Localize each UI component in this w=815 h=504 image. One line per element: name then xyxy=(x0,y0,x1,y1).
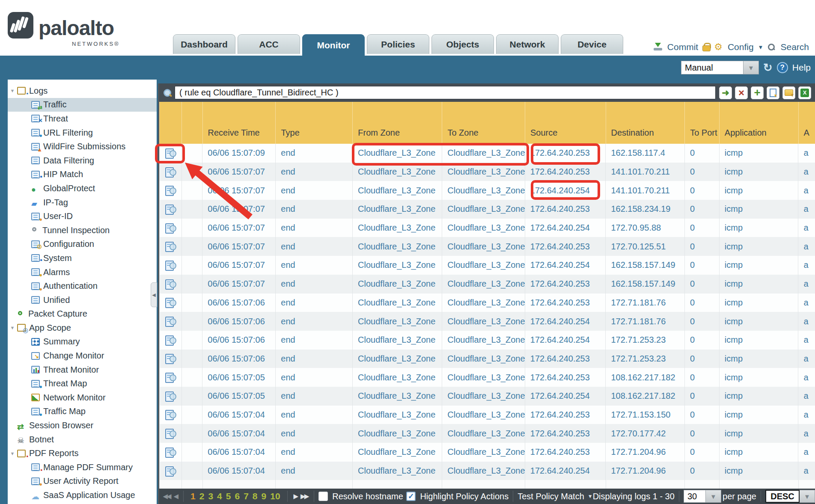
log-detail-cell[interactable] xyxy=(159,406,181,424)
column-header-from-zone[interactable]: From Zone xyxy=(352,102,442,144)
to-zone-cell[interactable]: Cloudflare_L3_Zone xyxy=(442,462,525,480)
application-cell[interactable]: icmp xyxy=(719,144,798,163)
source-cell[interactable]: 172.64.240.253 xyxy=(525,350,606,368)
page-number-9[interactable]: 9 xyxy=(262,491,267,501)
log-detail-magnifier-icon[interactable] xyxy=(165,223,176,233)
from-zone-cell[interactable]: Cloudflare_L3_Zone xyxy=(352,406,442,424)
column-header-to-zone[interactable]: To Zone xyxy=(442,102,524,144)
destination-cell[interactable]: 162.158.117.4 xyxy=(605,144,684,163)
from-zone-cell[interactable]: Cloudflare_L3_Zone xyxy=(352,387,442,406)
page-number-2[interactable]: 2 xyxy=(199,491,205,501)
source-cell[interactable]: 172.64.240.254 xyxy=(525,256,606,275)
tab-dashboard[interactable]: Dashboard xyxy=(173,34,235,54)
from-zone-cell[interactable]: Cloudflare_L3_Zone xyxy=(352,368,442,387)
per-page-dropdown-icon[interactable]: ▼ xyxy=(706,490,721,503)
sidebar-item-saas-application-usage[interactable]: SaaS Application Usage xyxy=(8,488,157,502)
to-zone-cell[interactable]: Cloudflare_L3_Zone xyxy=(442,163,525,181)
destination-cell[interactable]: 172.70.125.51 xyxy=(605,237,684,256)
log-detail-magnifier-icon[interactable] xyxy=(165,354,176,363)
to-port-cell[interactable]: 0 xyxy=(684,275,719,294)
sidebar-item-network-monitor[interactable]: Network Monitor xyxy=(8,391,157,405)
sidebar-item-url-filtering[interactable]: URL Filtering xyxy=(8,126,157,140)
refresh-interval-value[interactable]: Manual xyxy=(681,61,744,74)
prev-page-icon[interactable]: ◀ xyxy=(173,492,177,500)
destination-cell[interactable]: 172.71.181.76 xyxy=(605,312,684,331)
tab-acc[interactable]: ACC xyxy=(238,34,300,54)
to-port-cell[interactable]: 0 xyxy=(684,294,719,312)
log-detail-cell[interactable] xyxy=(159,462,181,480)
application-cell[interactable]: icmp xyxy=(719,387,798,406)
to-port-cell[interactable]: 0 xyxy=(684,424,719,443)
to-zone-cell[interactable]: Cloudflare_L3_Zone xyxy=(442,443,525,462)
config-button[interactable]: Config xyxy=(728,42,754,52)
source-cell[interactable]: 172.64.240.253 xyxy=(525,294,606,312)
to-zone-cell[interactable]: Cloudflare_L3_Zone xyxy=(442,350,525,368)
from-zone-cell[interactable]: Cloudflare_L3_Zone xyxy=(352,256,442,275)
per-page-value[interactable]: 30 xyxy=(684,490,706,503)
log-detail-cell[interactable] xyxy=(159,275,181,294)
source-cell[interactable]: 172.64.240.254 xyxy=(525,387,606,406)
source-cell[interactable]: 172.64.240.253 xyxy=(525,406,606,424)
sidebar-item-hip-match[interactable]: HIP Match xyxy=(8,168,157,182)
log-detail-cell[interactable] xyxy=(159,368,181,387)
to-zone-cell[interactable]: Cloudflare_L3_Zone xyxy=(442,368,525,387)
log-detail-cell[interactable] xyxy=(159,256,181,275)
log-detail-magnifier-icon[interactable] xyxy=(165,279,176,289)
last-page-icon[interactable]: ▶▶ xyxy=(300,492,308,500)
log-detail-cell[interactable] xyxy=(159,424,181,443)
sidebar-item-pdf-reports[interactable]: ▼PDF Reports xyxy=(8,446,157,460)
source-cell[interactable]: 172.64.240.253 xyxy=(525,144,606,163)
to-port-cell[interactable]: 0 xyxy=(684,443,719,462)
from-zone-cell[interactable]: Cloudflare_L3_Zone xyxy=(352,294,442,312)
log-detail-magnifier-icon[interactable] xyxy=(165,205,176,214)
destination-cell[interactable]: 108.162.217.182 xyxy=(605,387,684,406)
from-zone-cell[interactable]: Cloudflare_L3_Zone xyxy=(352,219,442,237)
sidebar-item-unified[interactable]: Unified xyxy=(8,293,157,307)
to-zone-cell[interactable]: Cloudflare_L3_Zone xyxy=(442,424,525,443)
log-detail-cell[interactable] xyxy=(159,200,181,219)
to-port-cell[interactable]: 0 xyxy=(684,312,719,331)
refresh-icon[interactable]: ↻ xyxy=(763,62,773,73)
log-detail-cell[interactable] xyxy=(159,294,181,312)
commit-button[interactable]: Commit xyxy=(667,42,698,52)
application-cell[interactable]: icmp xyxy=(719,256,798,275)
log-detail-magnifier-icon[interactable] xyxy=(165,335,176,345)
add-filter-button[interactable]: + xyxy=(751,86,764,99)
application-cell[interactable]: icmp xyxy=(719,424,798,443)
page-number-1[interactable]: 1 xyxy=(190,491,196,501)
to-zone-cell[interactable]: Cloudflare_L3_Zone xyxy=(442,200,525,219)
destination-cell[interactable]: 162.158.234.19 xyxy=(605,200,684,219)
log-detail-cell[interactable] xyxy=(159,237,181,256)
sidebar-item-app-scope[interactable]: ▼App Scope xyxy=(8,321,157,335)
destination-cell[interactable]: 108.162.217.182 xyxy=(605,368,684,387)
destination-cell[interactable]: 172.71.253.23 xyxy=(605,331,684,350)
log-detail-magnifier-icon[interactable] xyxy=(165,429,176,438)
from-zone-cell[interactable]: Cloudflare_L3_Zone xyxy=(352,350,442,368)
from-zone-cell[interactable]: Cloudflare_L3_Zone xyxy=(352,144,442,163)
column-header-application[interactable]: Application xyxy=(719,102,798,144)
to-zone-cell[interactable]: Cloudflare_L3_Zone xyxy=(442,181,525,200)
export-csv-button[interactable]: X xyxy=(798,86,811,99)
to-port-cell[interactable]: 0 xyxy=(684,181,719,200)
from-zone-cell[interactable]: Cloudflare_L3_Zone xyxy=(352,237,442,256)
resolve-hostname-checkbox[interactable] xyxy=(318,492,328,501)
log-detail-magnifier-icon[interactable] xyxy=(165,466,176,476)
to-zone-cell[interactable]: Cloudflare_L3_Zone xyxy=(442,294,525,312)
to-port-cell[interactable]: 0 xyxy=(684,237,719,256)
first-page-icon[interactable]: ◀◀ xyxy=(163,492,170,500)
to-zone-cell[interactable]: Cloudflare_L3_Zone xyxy=(442,275,525,294)
application-cell[interactable]: icmp xyxy=(719,443,798,462)
from-zone-cell[interactable]: Cloudflare_L3_Zone xyxy=(352,462,442,480)
highlight-policy-actions-checkbox[interactable]: ✓ xyxy=(406,492,416,501)
sidebar-collapse-handle[interactable]: ◀ xyxy=(151,282,157,307)
from-zone-cell[interactable]: Cloudflare_L3_Zone xyxy=(352,181,442,200)
column-header-type[interactable]: Type xyxy=(275,102,352,144)
page-number-10[interactable]: 10 xyxy=(270,491,280,501)
log-detail-cell[interactable] xyxy=(159,312,181,331)
source-cell[interactable]: 172.64.240.254 xyxy=(525,219,606,237)
source-cell[interactable]: 172.64.240.253 xyxy=(525,424,606,443)
log-detail-magnifier-icon[interactable] xyxy=(165,373,176,382)
destination-cell[interactable]: 162.158.157.149 xyxy=(605,256,684,275)
help-label[interactable]: Help xyxy=(792,62,811,73)
application-cell[interactable]: icmp xyxy=(719,237,798,256)
